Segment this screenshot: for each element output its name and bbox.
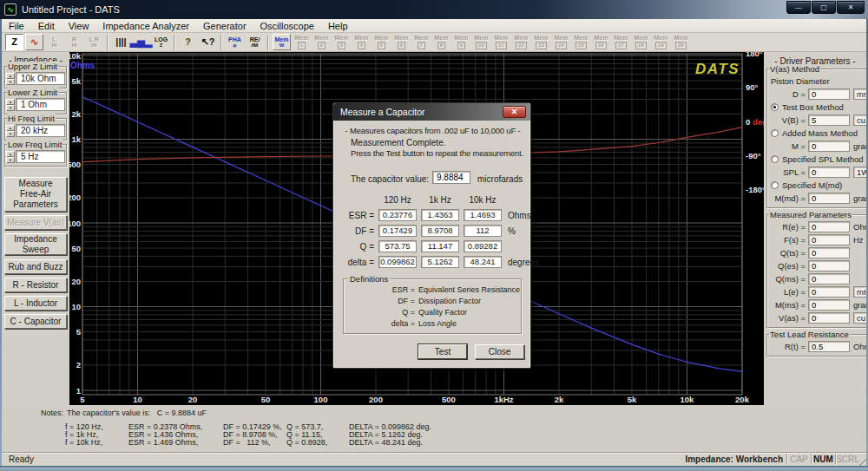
field-input-f-s[interactable] xyxy=(808,234,850,245)
radio-test-box-method[interactable] xyxy=(771,103,779,111)
l-inductor-button[interactable]: L - Inductor xyxy=(4,296,67,311)
toolbar-button-real-imaginary[interactable]: RE/∕IM xyxy=(246,34,264,50)
radio-label: Added Mass Method xyxy=(782,128,858,138)
field-input-v-b[interactable] xyxy=(808,114,850,126)
toolbar-separator xyxy=(174,35,175,50)
row-label: ESR = xyxy=(340,211,374,220)
radio-added-mass-method[interactable] xyxy=(771,129,779,137)
limit-value-lower-z-limit[interactable]: 1 Ohm xyxy=(16,98,65,111)
close-button[interactable]: ✕ xyxy=(837,1,865,14)
phase-axis-labels: 180°90°0 deg-90°-180° xyxy=(746,52,764,194)
field-input-q-ms[interactable] xyxy=(808,273,850,285)
field-input-r-t[interactable] xyxy=(808,341,850,352)
toolbar-button-sine-generator[interactable]: ∿ xyxy=(25,34,43,50)
value-cell-df-0[interactable]: 0.17429 xyxy=(378,225,417,237)
resize-grip-icon[interactable] xyxy=(859,458,866,466)
menu-item-impedance-analyzer[interactable]: Impedance Analyzer xyxy=(95,21,196,31)
notes-label: Notes: xyxy=(41,409,63,417)
value-cell-esr-2[interactable]: 1.4693 xyxy=(464,209,502,221)
toolbar-button-help-topics[interactable]: ? xyxy=(179,34,197,50)
field-input-q-es[interactable] xyxy=(808,260,850,271)
radio-specified-spl-method[interactable] xyxy=(771,155,779,163)
capacitor-value-input[interactable] xyxy=(432,171,470,184)
toolbar-button-impedance-magnitude[interactable]: Z xyxy=(5,34,23,50)
window-bottom-border xyxy=(0,466,868,471)
radio-specified-m-md[interactable] xyxy=(771,181,779,189)
value-cell-df-1[interactable]: 8.9708 xyxy=(421,225,459,237)
svg-text:1k: 1k xyxy=(71,134,81,144)
value-cell-delta-0[interactable]: 0.099862 xyxy=(378,256,417,268)
menu-item-help[interactable]: Help xyxy=(321,21,355,31)
toolbar-button-memory-slot-5: Mem5 xyxy=(372,34,391,50)
rub-and-buzz-button[interactable]: Rub and Buzz xyxy=(4,259,67,274)
field-input-d[interactable] xyxy=(808,88,850,100)
row-unit: Ohms xyxy=(506,211,536,220)
value-cell-df-2[interactable]: 112 xyxy=(464,225,502,237)
value-cell-q-0[interactable]: 573.75 xyxy=(378,240,417,252)
value-cell-delta-2[interactable]: 48.241 xyxy=(464,256,502,268)
spinner-up-icon[interactable]: ▲ xyxy=(6,151,15,157)
svg-text:5k: 5k xyxy=(71,76,81,86)
field-input-m-ms[interactable] xyxy=(808,299,850,311)
toolbar-button-memory-write[interactable]: MemW xyxy=(273,34,291,50)
svg-text:100: 100 xyxy=(314,395,328,404)
dats-logo: DATS xyxy=(695,61,740,77)
svg-text:0 deg: 0 deg xyxy=(746,117,764,127)
measure-free-air-button[interactable]: MeasureFree-AirParameters xyxy=(4,177,67,212)
menu-item-generator[interactable]: Generator xyxy=(196,21,253,31)
r-resistor-button[interactable]: R - Resistor xyxy=(4,278,67,292)
svg-text:1: 1 xyxy=(76,386,82,396)
menu-item-view[interactable]: View xyxy=(62,21,96,31)
field-input-m[interactable] xyxy=(808,141,850,152)
spinner-down-icon[interactable]: ▼ xyxy=(6,131,15,137)
field-input-m-md[interactable] xyxy=(808,193,850,204)
maximize-button[interactable]: ▢ xyxy=(812,1,836,14)
spinner-down-icon[interactable]: ▼ xyxy=(6,79,15,85)
measured-parameters-title: Measured Parameters xyxy=(769,210,852,219)
minimize-button[interactable]: — xyxy=(786,1,811,14)
menu-item-edit[interactable]: Edit xyxy=(31,21,62,31)
value-cell-esr-1[interactable]: 1.4363 xyxy=(421,209,459,221)
impedance-sweep-button[interactable]: ImpedanceSweep xyxy=(4,233,67,255)
notes-value: The capacitor's value is: C = 9.8884 uF xyxy=(67,409,207,417)
field-input-v-as[interactable] xyxy=(808,312,850,324)
field-input-q-ts[interactable] xyxy=(808,247,850,258)
toolbar-button-memory-slot-3: Mem3 xyxy=(332,34,351,50)
value-cell-q-2[interactable]: 0.89282 xyxy=(464,240,502,252)
field-label: SPL = xyxy=(769,167,806,177)
spinner-up-icon[interactable]: ▲ xyxy=(6,99,15,105)
spinner-up-icon[interactable]: ▲ xyxy=(6,73,15,79)
menu-item-oscilloscope[interactable]: Oscilloscope xyxy=(253,21,321,31)
dialog-button-close[interactable]: Close xyxy=(475,344,524,359)
c-capacitor-button[interactable]: C - Capacitor xyxy=(4,314,67,329)
definitions-group: Definitions ESR =Equivalent Series Resis… xyxy=(343,278,522,334)
dialog-close-icon[interactable]: ✕ xyxy=(503,106,526,118)
limit-label-hi-freq-limit: Hi Freq Limit xyxy=(7,114,56,123)
toolbar-button-log-impedance[interactable]: LOGZ xyxy=(152,34,170,50)
measurement-table: 120 Hz1k Hz10k HzESR =0.237761.43631.469… xyxy=(340,193,536,268)
svg-text:-90°: -90° xyxy=(746,151,761,160)
toolbar-button-memory-slot-11: Mem11 xyxy=(492,34,510,50)
field-label: R(t) = xyxy=(769,342,806,351)
toolbar-button-memory-slot-1: Mem1 xyxy=(293,34,311,50)
toolbar-button-spectrum-bars[interactable]: |||| xyxy=(112,34,130,50)
toolbar-button-context-help[interactable]: ↖? xyxy=(199,34,217,50)
dialog-titlebar[interactable]: Measure a Capacitor xyxy=(333,103,530,121)
toolbar-button-phase-display[interactable]: PHAφ xyxy=(226,34,244,50)
limit-value-low-freq-limit[interactable]: 5 Hz xyxy=(16,150,65,163)
field-input-r-e[interactable] xyxy=(808,221,850,232)
field-input-l-e[interactable] xyxy=(808,286,850,298)
value-cell-esr-0[interactable]: 0.23776 xyxy=(378,209,417,221)
limit-value-hi-freq-limit[interactable]: 20 kHz xyxy=(16,124,65,137)
value-cell-q-1[interactable]: 11.147 xyxy=(421,240,459,252)
spinner-up-icon[interactable]: ▲ xyxy=(6,125,15,131)
svg-text:50: 50 xyxy=(261,395,271,404)
toolbar-button-bar-display[interactable]: ▃▅▂ xyxy=(132,34,150,50)
limit-value-upper-z-limit[interactable]: 10k Ohm xyxy=(16,72,65,85)
field-input-spl[interactable] xyxy=(808,167,850,178)
menu-item-file[interactable]: File xyxy=(2,21,31,31)
spinner-down-icon[interactable]: ▼ xyxy=(6,157,15,163)
value-cell-delta-1[interactable]: 5.1262 xyxy=(421,256,459,268)
spinner-down-icon[interactable]: ▼ xyxy=(6,105,15,111)
dialog-button-test[interactable]: Test xyxy=(418,344,467,359)
